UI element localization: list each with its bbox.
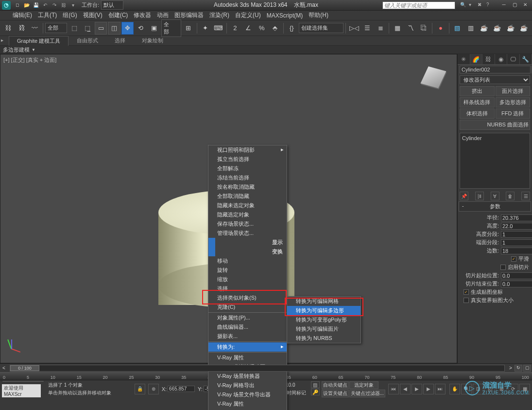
tab-motion-icon[interactable]: ◉: [495, 54, 508, 64]
material-editor-icon[interactable]: ●: [434, 22, 446, 35]
sub-nurbs[interactable]: 转换为 NURBS: [287, 334, 360, 343]
key-filters-button[interactable]: 关键点过滤器...: [349, 390, 385, 397]
select-move-icon[interactable]: ✥: [121, 22, 134, 35]
ctx-viewport-lighting[interactable]: 视口照明和阴影: [208, 145, 287, 155]
input-radius[interactable]: [501, 214, 532, 221]
modifier-stack[interactable]: Cylinder: [460, 133, 530, 189]
btn-nurbs-select[interactable]: NURBS 曲面选择: [460, 120, 530, 130]
tab-hierarchy-icon[interactable]: ⛓: [482, 54, 495, 64]
sub-editable-mesh[interactable]: 转换为可编辑网格: [287, 297, 360, 306]
ctx-vray-scene-export[interactable]: V-Ray 场景文件导出器: [208, 390, 287, 399]
menu-edit[interactable]: 编辑(E): [10, 11, 35, 19]
signin-icon[interactable]: ▾: [469, 2, 476, 9]
close-button[interactable]: ✕: [520, 2, 530, 9]
qat-open-icon[interactable]: 📂: [23, 1, 31, 9]
timeline-next-icon[interactable]: >: [507, 365, 515, 371]
pin-stack-icon[interactable]: 📌: [460, 192, 468, 200]
menu-customize[interactable]: 自定义(U): [232, 11, 264, 19]
menu-create[interactable]: 创建(C): [105, 11, 131, 19]
ctx-clone[interactable]: 克隆(C): [208, 303, 287, 312]
snap-2d-icon[interactable]: 2: [229, 22, 241, 35]
btn-ffd-select[interactable]: FFD 选择: [496, 108, 531, 119]
layer-manager-icon[interactable]: ≣: [375, 22, 387, 35]
ctx-unfreeze-all[interactable]: 全部解冻: [208, 164, 287, 173]
qat-save-icon[interactable]: 💾: [32, 1, 40, 9]
script-mini-listener[interactable]: [2, 380, 44, 382]
btn-spline-select[interactable]: 样条线选择: [460, 97, 495, 107]
rollout-header[interactable]: 参数: [459, 201, 531, 212]
remove-modifier-icon[interactable]: 🗑: [506, 192, 515, 200]
sub-gpoly[interactable]: 转换为可变形gPoly形: [287, 315, 360, 324]
checkbox-slice[interactable]: [500, 265, 506, 270]
selected-dropdown[interactable]: 选定对象: [349, 381, 378, 389]
ctx-select[interactable]: 选择: [208, 284, 287, 293]
select-manipulate-icon[interactable]: ✦: [199, 22, 211, 35]
qat-undo-icon[interactable]: ↶: [41, 1, 49, 9]
spinner-snap-icon[interactable]: ⬘: [269, 22, 281, 35]
render-setup-icon[interactable]: ▧: [451, 22, 463, 35]
tab-modify-icon[interactable]: 🌈: [470, 54, 483, 64]
qat-link-icon[interactable]: ⛓: [60, 1, 68, 9]
help-icon[interactable]: ?: [486, 2, 493, 9]
prev-frame-icon[interactable]: ◀: [400, 384, 411, 394]
search-icon[interactable]: 🔍: [460, 2, 467, 9]
btn-poly-select[interactable]: 多边形选择: [496, 97, 531, 107]
qat-redo-icon[interactable]: ↷: [51, 1, 58, 9]
qat-more-icon[interactable]: ▾: [69, 1, 77, 9]
key-key-icon[interactable]: 🔑: [311, 389, 320, 395]
configure-sets-icon[interactable]: ☰: [521, 192, 530, 200]
ctx-vray-scene-conv[interactable]: V-Ray 场景转换器: [208, 372, 287, 381]
btn-extrude[interactable]: 挤出: [460, 86, 495, 96]
ctx-manage-scene-state[interactable]: 管理场景状态...: [208, 229, 287, 238]
ctx-dope-sheet[interactable]: 摄影表...: [208, 332, 287, 341]
input-height[interactable]: [501, 223, 532, 230]
ctx-vray-props2[interactable]: V-Ray 属性: [208, 399, 287, 409]
btn-vol-select[interactable]: 体积选择: [460, 108, 495, 119]
input-sides[interactable]: [501, 248, 532, 254]
ribbon-expand-icon[interactable]: ▸: [1, 37, 8, 44]
window-crossing-icon[interactable]: ◫: [108, 22, 120, 35]
modifier-list-dropdown[interactable]: 修改器列表: [460, 75, 530, 84]
angle-snap-icon[interactable]: ∠: [242, 22, 255, 35]
selection-filter-dropdown[interactable]: 全部: [45, 23, 67, 33]
tab-display-icon[interactable]: 🖵: [507, 54, 520, 64]
ctx-unhide-by-name[interactable]: 按名称取消隐藏: [208, 182, 287, 192]
ctx-save-scene-state[interactable]: 保存场景状态...: [208, 219, 287, 229]
menu-help[interactable]: 帮助(H): [306, 11, 331, 19]
ctx-scale[interactable]: 缩放: [208, 275, 287, 284]
ribbon-tab-graphite[interactable]: Graphite 建模工具: [9, 36, 69, 46]
mirror-icon[interactable]: ▷◁: [348, 22, 360, 35]
sub-editable-poly[interactable]: 转换为可编辑多边形: [287, 306, 360, 315]
menu-group[interactable]: 组(G): [60, 11, 80, 19]
search-input[interactable]: [382, 1, 455, 9]
stack-item-cylinder[interactable]: Cylinder: [462, 135, 528, 141]
object-name-input[interactable]: [460, 66, 531, 73]
unlink-icon[interactable]: ⛓̸: [15, 22, 27, 35]
curve-editor-icon[interactable]: 〽: [405, 22, 417, 35]
input-cseg[interactable]: [501, 239, 532, 246]
menu-tools[interactable]: 工具(T): [35, 11, 60, 19]
ctx-freeze-sel[interactable]: 冻结当前选择: [208, 173, 287, 182]
rendered-frame-icon[interactable]: ▥: [464, 22, 477, 35]
align-icon[interactable]: ☰: [361, 22, 373, 35]
time-slider-thumb[interactable]: 0 / 100: [10, 365, 39, 371]
key-toggle-icon[interactable]: ▨: [311, 381, 320, 388]
ctx-select-similar[interactable]: 选择类似对象(S): [208, 293, 287, 303]
tab-utilities-icon[interactable]: 🔧: [520, 54, 532, 64]
show-end-result-icon[interactable]: |Ⅱ: [475, 192, 484, 200]
abs-rel-icon[interactable]: ⊕: [148, 384, 159, 394]
use-center-icon[interactable]: ⊞: [182, 22, 194, 35]
render-production-icon[interactable]: ☕: [491, 22, 503, 35]
ctx-move[interactable]: 移动: [208, 256, 287, 266]
workspace-dropdown[interactable]: 默认: [101, 0, 123, 10]
pan-icon[interactable]: ✋: [449, 384, 460, 394]
graphite-icon[interactable]: ▦: [391, 22, 403, 35]
bind-spacewarp-icon[interactable]: 〰: [29, 22, 41, 35]
timeline-wrap-icon[interactable]: ↻: [515, 365, 522, 372]
edit-named-sel-icon[interactable]: {}: [286, 22, 298, 35]
select-rotate-icon[interactable]: ⟲: [135, 22, 147, 35]
ctx-curve-editor[interactable]: 曲线编辑器...: [208, 322, 287, 332]
ctx-object-props[interactable]: 对象属性(P)...: [208, 313, 287, 322]
select-object-icon[interactable]: ⬚: [68, 22, 80, 35]
goto-start-icon[interactable]: ⏮: [388, 384, 399, 394]
